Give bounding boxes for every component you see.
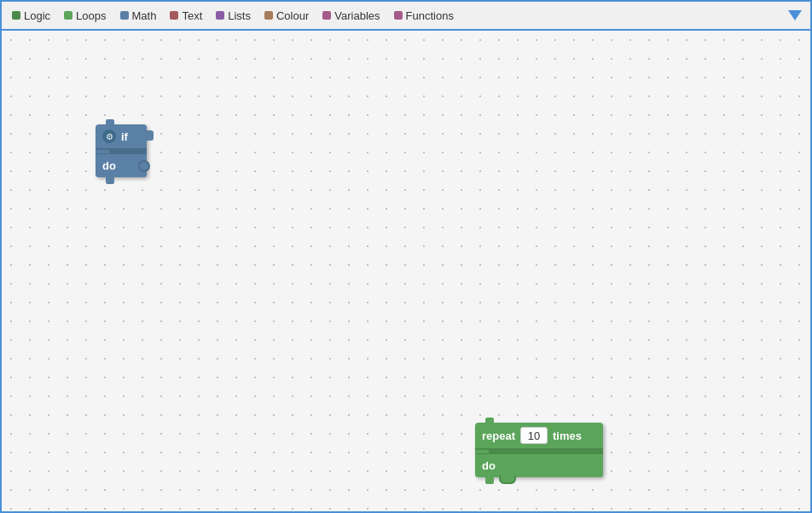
text-color-dot bbox=[170, 11, 178, 20]
logic-color-dot bbox=[12, 11, 20, 20]
loops-color-dot bbox=[64, 11, 72, 20]
toolbar-item-text[interactable]: Text bbox=[163, 2, 209, 29]
repeat-block-body: repeat 10 times do bbox=[475, 423, 603, 477]
toolbar-item-math[interactable]: Math bbox=[113, 2, 164, 29]
main-container: Logic Loops Math Text Lists Colour Varia… bbox=[0, 0, 812, 513]
toolbar: Logic Loops Math Text Lists Colour Varia… bbox=[2, 2, 810, 31]
repeat-value[interactable]: 10 bbox=[520, 427, 548, 444]
loops-label: Loops bbox=[76, 9, 106, 22]
toolbar-dropdown-arrow[interactable] bbox=[788, 10, 802, 20]
toolbar-item-variables[interactable]: Variables bbox=[316, 2, 386, 29]
repeat-block[interactable]: repeat 10 times do bbox=[475, 423, 603, 477]
colour-label: Colour bbox=[276, 9, 309, 22]
gear-icon[interactable]: ⚙ bbox=[102, 130, 116, 143]
functions-color-dot bbox=[394, 11, 403, 20]
variables-color-dot bbox=[322, 11, 331, 20]
functions-label: Functions bbox=[406, 9, 454, 22]
if-label: if bbox=[121, 130, 128, 143]
toolbar-item-functions[interactable]: Functions bbox=[387, 2, 461, 29]
toolbar-item-loops[interactable]: Loops bbox=[57, 2, 113, 29]
if-right-notch bbox=[145, 130, 154, 141]
if-block-bottom: do bbox=[96, 153, 147, 177]
repeat-do-label: do bbox=[482, 459, 496, 472]
colour-color-dot bbox=[264, 11, 273, 20]
repeat-block-top: repeat 10 times bbox=[475, 423, 603, 448]
repeat-label: repeat bbox=[482, 429, 515, 442]
math-color-dot bbox=[120, 11, 129, 20]
text-label: Text bbox=[182, 9, 202, 22]
if-bottom-connector bbox=[138, 160, 150, 172]
math-label: Math bbox=[132, 9, 157, 22]
times-label: times bbox=[553, 429, 582, 442]
if-block-top: ⚙ if bbox=[96, 124, 147, 148]
workspace[interactable]: ⚙ if do repeat bbox=[2, 31, 810, 511]
if-block[interactable]: ⚙ if do bbox=[96, 124, 147, 177]
lists-color-dot bbox=[216, 11, 224, 20]
repeat-bottom-connector bbox=[499, 476, 516, 484]
toolbar-item-lists[interactable]: Lists bbox=[209, 2, 258, 29]
logic-label: Logic bbox=[24, 9, 50, 22]
repeat-block-bottom: do bbox=[475, 453, 603, 477]
if-block-body: ⚙ if do bbox=[96, 124, 147, 177]
variables-label: Variables bbox=[334, 9, 380, 22]
toolbar-item-colour[interactable]: Colour bbox=[258, 2, 316, 29]
lists-label: Lists bbox=[228, 9, 251, 22]
toolbar-item-logic[interactable]: Logic bbox=[5, 2, 57, 29]
do-label: do bbox=[102, 159, 116, 172]
